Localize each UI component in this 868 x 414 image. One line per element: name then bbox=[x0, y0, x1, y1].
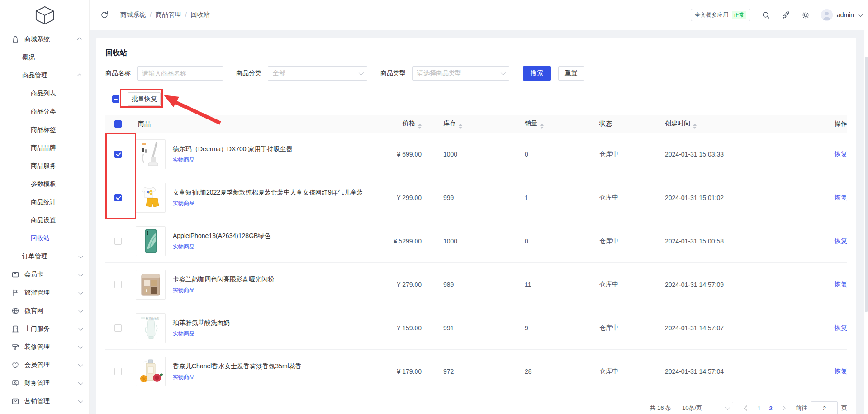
sidebar-item-micro-site[interactable]: 微官网 bbox=[0, 302, 89, 320]
header-select-all-checkbox[interactable] bbox=[114, 120, 122, 128]
travel-icon bbox=[11, 289, 19, 297]
row-checkbox[interactable] bbox=[114, 324, 122, 332]
product-type-tag[interactable]: 实物商品 bbox=[173, 243, 194, 251]
page-scrollbar bbox=[864, 0, 868, 414]
chevron-icon bbox=[78, 290, 83, 295]
restore-link[interactable]: 恢复 bbox=[835, 150, 847, 157]
sidebar-item-travel-management[interactable]: 旅游管理 bbox=[0, 284, 89, 302]
rocket-icon[interactable] bbox=[782, 11, 790, 19]
sidebar-item-label: 旅游管理 bbox=[24, 289, 50, 297]
sidebar-item-goods-management[interactable]: 商品管理 bbox=[0, 67, 89, 85]
column-header-created[interactable]: 创建时间 bbox=[656, 119, 812, 129]
sort-caret-icon[interactable] bbox=[540, 124, 544, 129]
sidebar-item-goods-tags[interactable]: 商品标签 bbox=[0, 121, 89, 139]
product-name-input[interactable] bbox=[137, 66, 223, 81]
sidebar-item-door-service[interactable]: 上门服务 bbox=[0, 320, 89, 338]
restore-link[interactable]: 恢复 bbox=[835, 367, 847, 375]
breadcrumb-item[interactable]: 商品管理 bbox=[156, 11, 181, 19]
status-cell: 仓库中 bbox=[590, 324, 656, 332]
sidebar-item-member-card[interactable]: 会员卡 bbox=[0, 266, 89, 284]
sidebar-item-member-management[interactable]: 会员管理 bbox=[0, 356, 89, 374]
column-header-stock[interactable]: 库存 bbox=[434, 119, 516, 129]
row-checkbox[interactable] bbox=[114, 281, 122, 288]
user-menu-chevron-icon[interactable] bbox=[858, 12, 863, 17]
search-icon[interactable] bbox=[762, 11, 770, 19]
total-count: 共 16 条 bbox=[650, 404, 671, 412]
sidebar-item-goods-brand[interactable]: 商品品牌 bbox=[0, 139, 89, 157]
sidebar-item-goods-category[interactable]: 商品分类 bbox=[0, 103, 89, 121]
door-icon bbox=[11, 325, 19, 333]
category-select[interactable]: 全部 bbox=[268, 66, 367, 81]
row-checkbox[interactable] bbox=[114, 368, 122, 375]
sidebar-item-goods-service[interactable]: 商品服务 bbox=[0, 157, 89, 175]
restore-link[interactable]: 恢复 bbox=[835, 324, 847, 331]
product-type-tag[interactable]: 实物商品 bbox=[173, 156, 194, 164]
batch-restore-button[interactable]: 批量恢复 bbox=[128, 92, 161, 106]
product-type-tag[interactable]: 实物商品 bbox=[173, 330, 194, 338]
app-logo[interactable] bbox=[0, 0, 89, 30]
sidebar-item-finance-management[interactable]: 财务管理 bbox=[0, 374, 89, 392]
status-cell: 仓库中 bbox=[590, 150, 656, 158]
username[interactable]: admin bbox=[837, 11, 854, 19]
restore-link[interactable]: 恢复 bbox=[835, 281, 847, 288]
product-image-cleanser: 氨基酸洁面 bbox=[136, 313, 166, 343]
scrollbar-thumb[interactable] bbox=[865, 57, 868, 312]
recycle-bin-page: { "colors": { "primary": "#3451e5", "lin… bbox=[0, 0, 868, 414]
page-number-2[interactable]: 2 bbox=[765, 405, 777, 412]
price-cell: ¥ 179.00 bbox=[384, 368, 434, 375]
chevron-icon bbox=[78, 380, 83, 385]
row-checkbox[interactable] bbox=[114, 238, 122, 245]
sidebar-item-recycle-bin[interactable]: 回收站 bbox=[0, 229, 89, 247]
refresh-icon[interactable] bbox=[100, 11, 109, 19]
sidebar-item-param-template[interactable]: 参数模板 bbox=[0, 175, 89, 193]
chevron-down-icon bbox=[359, 70, 364, 75]
product-type-tag[interactable]: 实物商品 bbox=[173, 286, 194, 294]
product-image-perfume bbox=[136, 357, 166, 386]
breadcrumb-item[interactable]: 回收站 bbox=[191, 11, 210, 19]
sidebar-item-mall-system[interactable]: 商城系统 bbox=[0, 30, 89, 48]
column-header-sales[interactable]: 销量 bbox=[516, 119, 590, 129]
filter-type: 商品类型 请选择商品类型 bbox=[380, 66, 509, 81]
products-table: 商品价格库存销量状态创建时间操作 德尔玛（Deerma）DX700 家用手持吸尘… bbox=[105, 115, 847, 393]
prev-page-button[interactable] bbox=[740, 402, 753, 414]
next-page-button[interactable] bbox=[777, 402, 789, 414]
page-number-1[interactable]: 1 bbox=[753, 405, 765, 412]
sidebar-item-order-management[interactable]: 订单管理 bbox=[0, 247, 89, 266]
plan-badge[interactable]: 全套餐多应用 正常 bbox=[691, 9, 750, 21]
chevron-icon bbox=[78, 344, 83, 349]
reset-button[interactable]: 重置 bbox=[558, 66, 584, 81]
row-checkbox[interactable] bbox=[114, 151, 122, 158]
sidebar-item-goods-stats[interactable]: 商品统计 bbox=[0, 193, 89, 211]
sidebar-item-decoration-management[interactable]: 装修管理 bbox=[0, 338, 89, 356]
sort-caret-icon[interactable] bbox=[459, 124, 462, 129]
sidebar-item-goods-settings[interactable]: 商品设置 bbox=[0, 211, 89, 229]
restore-link[interactable]: 恢复 bbox=[835, 194, 847, 201]
sidebar-item-label: 回收站 bbox=[31, 234, 50, 243]
sales-cell: 9 bbox=[516, 324, 590, 332]
breadcrumb-separator: / bbox=[150, 11, 152, 19]
product-type-tag[interactable]: 实物商品 bbox=[173, 200, 194, 207]
search-button[interactable]: 搜索 bbox=[523, 66, 551, 81]
user-avatar[interactable] bbox=[821, 9, 833, 21]
sort-caret-icon[interactable] bbox=[693, 124, 697, 129]
page-size-select[interactable]: 10条/页 bbox=[678, 402, 733, 414]
restore-link[interactable]: 恢复 bbox=[835, 237, 847, 244]
column-header-price[interactable]: 价格 bbox=[384, 119, 434, 129]
column-header-status: 状态 bbox=[590, 120, 656, 128]
stock-cell: 1000 bbox=[434, 238, 516, 245]
sort-caret-icon[interactable] bbox=[418, 124, 422, 129]
select-all-checkbox[interactable] bbox=[112, 95, 119, 103]
sidebar-item-marketing-management[interactable]: 营销管理 bbox=[0, 392, 89, 410]
goto-page-input[interactable] bbox=[811, 401, 838, 414]
sidebar-item-label: 商品列表 bbox=[31, 90, 56, 98]
breadcrumb-item[interactable]: 商城系统 bbox=[120, 11, 146, 19]
table-row: 女童短袖t恤2022夏季新款纯棉夏装套装中大童女孩网红9洋气儿童装 实物商品 ¥… bbox=[105, 176, 847, 219]
product-type-tag[interactable]: 实物商品 bbox=[173, 373, 194, 381]
gear-icon[interactable] bbox=[802, 11, 810, 19]
product-info: 女童短袖t恤2022夏季新款纯棉夏装套装中大童女孩网红9洋气儿童装 实物商品 bbox=[173, 188, 363, 207]
sidebar-item-overview[interactable]: 概况 bbox=[0, 48, 89, 67]
product-title: 香奈儿Chanel香水女士发香雾淡香氛35ml花香 bbox=[173, 362, 302, 371]
sidebar-item-goods-list[interactable]: 商品列表 bbox=[0, 85, 89, 103]
type-select[interactable]: 请选择商品类型 bbox=[412, 66, 509, 81]
row-checkbox[interactable] bbox=[114, 194, 122, 201]
